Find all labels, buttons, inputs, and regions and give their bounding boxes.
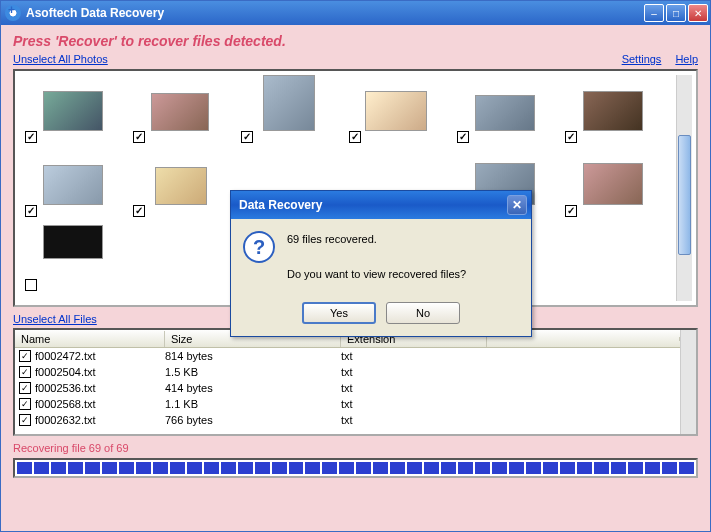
progress-block bbox=[51, 462, 66, 474]
window-buttons: – □ ✕ bbox=[644, 4, 708, 22]
progress-block bbox=[662, 462, 677, 474]
progress-block bbox=[339, 462, 354, 474]
photo-thumbnail[interactable] bbox=[155, 167, 207, 205]
progress-block bbox=[272, 462, 287, 474]
close-button[interactable]: ✕ bbox=[688, 4, 708, 22]
file-ext: txt bbox=[341, 398, 487, 410]
unselect-files-link[interactable]: Unselect All Files bbox=[13, 313, 97, 325]
progress-block bbox=[85, 462, 100, 474]
file-size: 766 bytes bbox=[165, 414, 341, 426]
progress-block bbox=[204, 462, 219, 474]
photo-checkbox[interactable]: ✓ bbox=[133, 131, 145, 143]
dialog-body: ? 69 files recovered. Do you want to vie… bbox=[231, 219, 531, 296]
file-ext: txt bbox=[341, 414, 487, 426]
thumb-cell[interactable]: ✓ bbox=[25, 75, 123, 143]
photo-checkbox[interactable]: ✓ bbox=[457, 131, 469, 143]
file-checkbox[interactable]: ✓ bbox=[19, 382, 31, 394]
progress-block bbox=[526, 462, 541, 474]
file-checkbox[interactable]: ✓ bbox=[19, 414, 31, 426]
table-row[interactable]: ✓f0002472.txt814 bytestxt bbox=[15, 348, 680, 364]
photo-checkbox[interactable]: ✓ bbox=[349, 131, 361, 143]
file-name: f0002504.txt bbox=[35, 366, 165, 378]
file-name: f0002632.txt bbox=[35, 414, 165, 426]
photo-checkbox[interactable]: ✓ bbox=[133, 205, 145, 217]
progress-block bbox=[221, 462, 236, 474]
progress-block bbox=[289, 462, 304, 474]
file-checkbox[interactable]: ✓ bbox=[19, 398, 31, 410]
thumb-cell[interactable] bbox=[25, 223, 123, 291]
progress-block bbox=[645, 462, 660, 474]
photo-checkbox[interactable]: ✓ bbox=[565, 131, 577, 143]
dialog-line1: 69 files recovered. bbox=[287, 231, 466, 249]
progress-block bbox=[136, 462, 151, 474]
photo-thumbnail[interactable] bbox=[365, 91, 427, 131]
photo-thumbnail[interactable] bbox=[475, 95, 535, 131]
dialog-title: Data Recovery bbox=[239, 198, 507, 212]
dialog-text: 69 files recovered. Do you want to view … bbox=[287, 231, 466, 284]
table-row[interactable]: ✓f0002536.txt414 bytestxt bbox=[15, 380, 680, 396]
progress-block bbox=[322, 462, 337, 474]
file-name: f0002472.txt bbox=[35, 350, 165, 362]
file-name: f0002536.txt bbox=[35, 382, 165, 394]
progress-block bbox=[475, 462, 490, 474]
photos-scrollbar[interactable] bbox=[676, 75, 692, 301]
settings-link[interactable]: Settings bbox=[622, 53, 662, 65]
progress-block bbox=[356, 462, 371, 474]
progress-block bbox=[238, 462, 253, 474]
thumb-cell[interactable]: ✓ bbox=[241, 75, 339, 143]
thumb-cell[interactable]: ✓ bbox=[565, 75, 663, 143]
recovery-dialog: Data Recovery ✕ ? 69 files recovered. Do… bbox=[230, 190, 532, 337]
table-row[interactable]: ✓f0002632.txt766 bytestxt bbox=[15, 412, 680, 428]
progress-block bbox=[17, 462, 32, 474]
top-links-bar: Unselect All Photos Settings Help bbox=[13, 53, 698, 65]
file-size: 1.1 KB bbox=[165, 398, 341, 410]
progress-block bbox=[305, 462, 320, 474]
photo-thumbnail[interactable] bbox=[43, 165, 103, 205]
photo-thumbnail[interactable] bbox=[583, 163, 643, 205]
files-scrollbar[interactable] bbox=[680, 330, 696, 434]
maximize-button[interactable]: □ bbox=[666, 4, 686, 22]
progress-block bbox=[577, 462, 592, 474]
scrollbar-thumb[interactable] bbox=[678, 135, 691, 255]
files-table: Name Size Extension ✓f0002472.txt814 byt… bbox=[15, 330, 680, 434]
dialog-close-button[interactable]: ✕ bbox=[507, 195, 527, 215]
photo-checkbox[interactable]: ✓ bbox=[25, 131, 37, 143]
photo-checkbox[interactable]: ✓ bbox=[241, 131, 253, 143]
photo-thumbnail[interactable] bbox=[43, 91, 103, 131]
thumb-cell[interactable]: ✓ bbox=[349, 75, 447, 143]
yes-button[interactable]: Yes bbox=[302, 302, 376, 324]
file-checkbox[interactable]: ✓ bbox=[19, 366, 31, 378]
table-row[interactable]: ✓f0002504.txt1.5 KBtxt bbox=[15, 364, 680, 380]
thumb-cell[interactable]: ✓ bbox=[565, 149, 663, 217]
progress-block bbox=[628, 462, 643, 474]
table-row[interactable]: ✓f0002568.txt1.1 KBtxt bbox=[15, 396, 680, 412]
files-panel: Name Size Extension ✓f0002472.txt814 byt… bbox=[13, 328, 698, 436]
photo-checkbox[interactable]: ✓ bbox=[25, 205, 37, 217]
photo-checkbox[interactable] bbox=[25, 279, 37, 291]
col-name[interactable]: Name bbox=[15, 331, 165, 347]
photo-thumbnail[interactable] bbox=[151, 93, 209, 131]
file-ext: txt bbox=[341, 350, 487, 362]
progress-block bbox=[492, 462, 507, 474]
thumb-cell[interactable]: ✓ bbox=[133, 75, 231, 143]
photo-thumbnail[interactable] bbox=[263, 75, 315, 131]
file-checkbox[interactable]: ✓ bbox=[19, 350, 31, 362]
minimize-button[interactable]: – bbox=[644, 4, 664, 22]
progress-block bbox=[611, 462, 626, 474]
help-link[interactable]: Help bbox=[675, 53, 698, 65]
file-ext: txt bbox=[341, 382, 487, 394]
dialog-titlebar: Data Recovery ✕ bbox=[231, 191, 531, 219]
progress-block bbox=[424, 462, 439, 474]
unselect-photos-link[interactable]: Unselect All Photos bbox=[13, 53, 108, 65]
photo-thumbnail[interactable] bbox=[43, 225, 103, 259]
thumb-cell[interactable]: ✓ bbox=[457, 75, 555, 143]
file-size: 1.5 KB bbox=[165, 366, 341, 378]
thumb-cell[interactable]: ✓ bbox=[133, 149, 231, 217]
no-button[interactable]: No bbox=[386, 302, 460, 324]
photo-checkbox[interactable]: ✓ bbox=[565, 205, 577, 217]
progress-block bbox=[102, 462, 117, 474]
photo-thumbnail[interactable] bbox=[583, 91, 643, 131]
thumb-cell[interactable]: ✓ bbox=[25, 149, 123, 217]
titlebar: Asoftech Data Recovery – □ ✕ bbox=[1, 1, 710, 25]
dialog-buttons: Yes No bbox=[231, 296, 531, 336]
